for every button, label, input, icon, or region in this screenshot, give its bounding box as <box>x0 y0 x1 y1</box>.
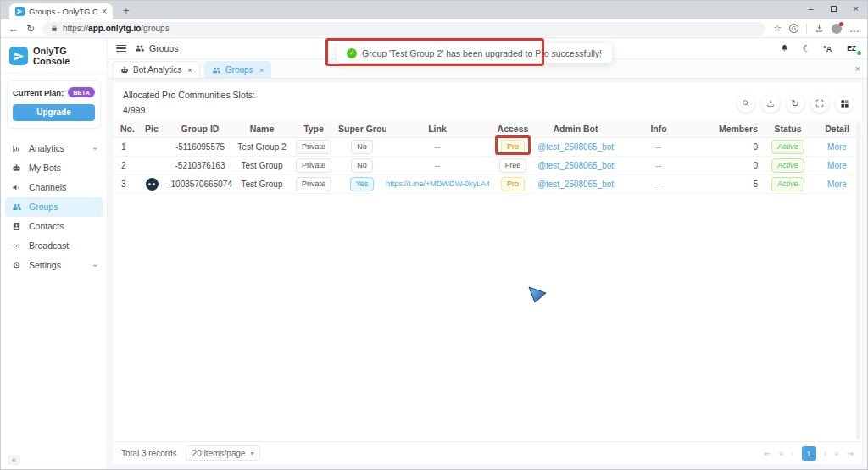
url-text: https://app.onlytg.io/groups <box>63 24 170 33</box>
sidebar-item-channels[interactable]: Channels <box>5 178 103 197</box>
downloads-icon[interactable] <box>815 24 824 33</box>
bookmark-star-icon[interactable]: ☆ <box>773 24 782 33</box>
refresh-icon: ↻ <box>791 98 798 109</box>
mouse-cursor <box>528 284 548 306</box>
jump-forward-icon[interactable]: » <box>834 449 839 458</box>
tab-groups[interactable]: Groups × <box>204 61 271 78</box>
col-pic: Pic <box>138 121 165 137</box>
brand-logo-icon <box>9 47 28 65</box>
first-page-icon[interactable]: ⇤ <box>764 449 771 458</box>
reload-icon[interactable]: ↻ <box>26 24 35 34</box>
browser-tab[interactable]: Groups - OnlyTG Console × <box>9 3 113 19</box>
access-badge: Pro <box>501 177 525 191</box>
chevron-down-icon: › <box>91 263 100 266</box>
restore-button[interactable] <box>831 6 837 12</box>
more-link[interactable]: More <box>827 161 847 170</box>
groups-table: No. Pic Group ID Name Type Super Group L… <box>113 121 864 194</box>
fullscreen-button[interactable] <box>810 94 829 113</box>
admin-bot-link[interactable]: @test_2508065_bot <box>537 180 614 189</box>
sidebar-item-broadcast[interactable]: Broadcast <box>5 236 103 256</box>
user-avatar[interactable]: EZ <box>844 42 859 54</box>
card-header: Allocated Pro Communities Slots: 4/999 ↻ <box>113 82 862 121</box>
tab-close-icon[interactable]: × <box>259 65 264 75</box>
toolbar-actions: ☆ G … <box>773 24 860 34</box>
more-link[interactable]: More <box>827 142 847 152</box>
address-bar[interactable]: https://app.onlytg.io/groups <box>42 22 765 36</box>
type-badge: Private <box>296 158 331 173</box>
contact-book-icon <box>11 222 22 231</box>
current-page-button[interactable]: 1 <box>802 446 816 461</box>
brand-name: OnlyTG Console <box>33 46 100 66</box>
sidebar: OnlyTG Console Current Plan: BETA Upgrad… <box>1 38 108 470</box>
table-row: 1 -5116095575 Test Group 2 Private No --… <box>113 137 864 156</box>
table-toolbar: ↻ <box>737 94 854 113</box>
window-close-button[interactable]: × <box>854 3 859 14</box>
sidebar-item-groups[interactable]: Groups <box>5 197 103 217</box>
minimize-button[interactable]: – <box>808 3 813 14</box>
new-tab-button[interactable]: + <box>123 5 130 16</box>
type-badge: Private <box>296 140 331 154</box>
tab-close-icon[interactable]: × <box>102 7 107 16</box>
jump-back-icon[interactable]: « <box>779 449 784 458</box>
app-root: OnlyTG Console Current Plan: BETA Upgrad… <box>1 38 867 470</box>
browser-window: Groups - OnlyTG Console × + – × ← ↻ http… <box>0 0 868 470</box>
col-group-id: Group ID <box>165 121 235 137</box>
invite-link[interactable]: https://t.me/+MDWGW-0kyLA4N... <box>386 180 489 188</box>
groups-card: Allocated Pro Communities Slots: 4/999 ↻ <box>113 82 862 464</box>
column-settings-button[interactable] <box>835 94 854 113</box>
table-row: 3 -1003570665074 Test Group Private Yes … <box>113 174 864 193</box>
sidebar-item-analytics[interactable]: Analytics › <box>5 139 103 158</box>
profile-avatar[interactable] <box>832 24 842 34</box>
group-avatar <box>146 178 159 191</box>
col-info: Info <box>615 121 703 137</box>
col-super-group: Super Group <box>338 121 386 137</box>
super-group-badge: No <box>351 158 373 173</box>
bot-icon <box>120 66 129 75</box>
toolbar-divider <box>806 24 807 33</box>
upgrade-button[interactable]: Upgrade <box>13 104 95 121</box>
people-icon <box>11 202 22 212</box>
columns-grid-icon <box>840 99 849 108</box>
plan-card: Current Plan: BETA Upgrade <box>7 80 101 129</box>
admin-bot-link[interactable]: @test_2508065_bot <box>537 161 614 170</box>
admin-bot-link[interactable]: @test_2508065_bot <box>537 142 614 152</box>
sidebar-item-contacts[interactable]: Contacts <box>5 217 103 236</box>
back-icon[interactable]: ← <box>8 24 19 34</box>
sidebar-collapse-button[interactable]: « <box>8 455 20 465</box>
search-button[interactable] <box>737 94 755 113</box>
breadcrumb-label: Groups <box>149 43 178 53</box>
last-page-icon[interactable]: ⇥ <box>847 449 854 458</box>
extension-icon[interactable]: G <box>789 24 798 33</box>
close-all-tabs-icon[interactable]: × <box>855 64 860 74</box>
refresh-button[interactable]: ↻ <box>786 94 804 113</box>
sidebar-item-settings[interactable]: ⚙ Settings › <box>5 256 103 275</box>
prev-page-icon[interactable]: ‹ <box>791 449 793 458</box>
next-page-icon[interactable]: › <box>824 449 826 458</box>
more-link[interactable]: More <box>827 180 847 189</box>
col-name: Name <box>235 121 289 137</box>
bell-icon[interactable] <box>780 43 789 53</box>
table-scrollbar[interactable] <box>856 123 860 440</box>
chevron-down-icon: › <box>91 147 100 149</box>
col-no: No. <box>113 121 138 137</box>
menu-icon[interactable] <box>116 45 126 53</box>
tab-bot-analytics[interactable]: Bot Analytics × <box>113 61 200 78</box>
site-favicon-icon <box>15 7 25 16</box>
gear-icon: ⚙ <box>11 260 22 271</box>
dark-mode-moon-icon[interactable]: ☾ <box>802 44 810 53</box>
browser-tab-strip: Groups - OnlyTG Console × + – × <box>1 1 867 19</box>
page-size-select[interactable]: 20 items/page ▾ <box>186 445 261 461</box>
super-group-badge: Yes <box>350 177 375 191</box>
language-translate-icon[interactable]: xA <box>823 44 832 53</box>
empty-space <box>113 194 862 442</box>
access-badge: Free <box>499 158 527 173</box>
broadcast-icon <box>11 241 22 251</box>
sidebar-item-my-bots[interactable]: My Bots <box>5 158 103 178</box>
super-group-badge: No <box>351 140 373 154</box>
download-button[interactable] <box>761 94 780 113</box>
browser-menu-icon[interactable]: … <box>849 24 860 34</box>
download-icon <box>766 99 775 108</box>
tab-close-icon[interactable]: × <box>187 65 192 75</box>
total-records-label: Total 3 records <box>121 449 177 458</box>
col-link: Link <box>386 121 489 137</box>
